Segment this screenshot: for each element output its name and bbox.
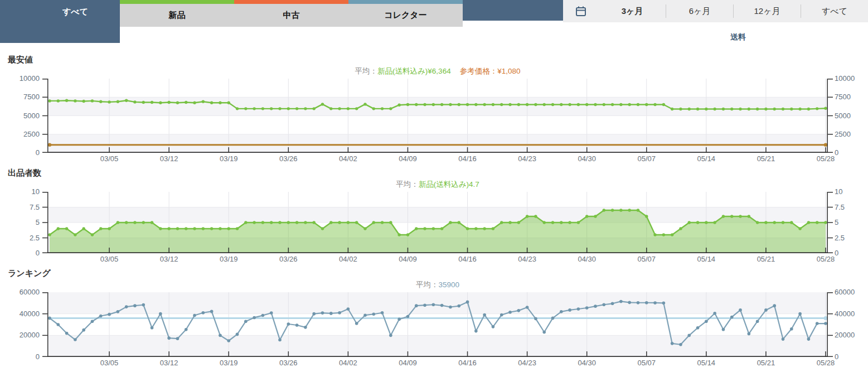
y-tick-label: 10000 bbox=[835, 74, 855, 83]
y-tick-label: 5 bbox=[36, 218, 40, 226]
range-3months[interactable]: 3ヶ月 bbox=[599, 0, 666, 22]
x-tick-label: 05/28 bbox=[803, 255, 848, 263]
tab-collector[interactable]: コレクター bbox=[348, 0, 463, 27]
condition-tabs: 新品 中古 コレクター bbox=[120, 0, 463, 27]
x-tick-label: 03/12 bbox=[147, 255, 191, 263]
header: すべて 新品 中古 コレクター 3ヶ月 6ヶ月 12ヶ月 すべて 送料 上下拡大 bbox=[0, 0, 868, 47]
y-tick-label: 0 bbox=[36, 249, 40, 257]
average-new-price: 新品(送料込み)¥6,364 bbox=[377, 67, 451, 75]
seller-count-plot bbox=[47, 192, 828, 253]
y-tick-label: 20000 bbox=[835, 331, 855, 339]
x-tick-label: 04/23 bbox=[505, 359, 550, 367]
chart-section-lowest-price: 最安値 平均：新品(送料込み)¥6,364参考価格：¥1,080 0250050… bbox=[0, 55, 868, 164]
x-axis-labels: 03/0503/1203/1903/2604/0204/0904/1604/23… bbox=[47, 153, 828, 164]
chart-title-seller-count: 出品者数 bbox=[8, 168, 868, 178]
shipping-toggle-button[interactable]: 送料 bbox=[702, 31, 774, 43]
x-tick-label: 04/23 bbox=[505, 154, 550, 163]
x-tick-label: 03/05 bbox=[87, 359, 132, 367]
x-tick-label: 05/21 bbox=[744, 255, 788, 263]
range-12months[interactable]: 12ヶ月 bbox=[734, 0, 801, 22]
x-tick-label: 04/02 bbox=[326, 359, 370, 367]
x-tick-label: 05/07 bbox=[624, 154, 669, 163]
average-caption: 平均：新品(送料込み)¥6,364参考価格：¥1,080 bbox=[47, 66, 828, 76]
x-tick-label: 05/21 bbox=[744, 359, 788, 367]
x-tick-label: 05/14 bbox=[684, 154, 729, 163]
y-tick-label: 40000 bbox=[20, 310, 40, 318]
tab-new[interactable]: 新品 bbox=[120, 0, 234, 27]
x-tick-label: 04/09 bbox=[385, 359, 430, 367]
y-axis-labels-left: 0200004000060000 bbox=[0, 292, 47, 357]
average-caption: 平均：新品(送料込み)4.7 bbox=[47, 180, 828, 190]
y-tick-label: 2.5 bbox=[835, 234, 845, 242]
chart-title-lowest-price: 最安値 bbox=[8, 55, 868, 65]
x-tick-label: 03/12 bbox=[147, 154, 191, 163]
range-all[interactable]: すべて bbox=[801, 0, 868, 22]
chart-section-seller-count: 出品者数 平均：新品(送料込み)4.7 02.557.510 02.557.51… bbox=[0, 168, 868, 264]
x-tick-label: 05/14 bbox=[684, 359, 729, 367]
x-tick-label: 04/16 bbox=[445, 255, 490, 263]
x-tick-label: 03/26 bbox=[266, 359, 311, 367]
average-prefix: 平均： bbox=[416, 281, 439, 289]
y-axis-labels-left: 02.557.510 bbox=[0, 192, 47, 253]
x-tick-label: 05/07 bbox=[624, 359, 669, 367]
y-tick-label: 0 bbox=[36, 148, 40, 157]
y-axis-labels-right: 025005000750010000 bbox=[828, 79, 868, 153]
y-tick-label: 10000 bbox=[20, 74, 40, 83]
y-tick-label: 7500 bbox=[23, 93, 40, 101]
x-tick-label: 05/28 bbox=[803, 154, 848, 163]
x-tick-label: 03/05 bbox=[87, 154, 132, 163]
banner-divider bbox=[784, 30, 785, 44]
charts-area: 最安値 平均：新品(送料込み)¥6,364参考価格：¥1,080 0250050… bbox=[0, 47, 868, 368]
x-tick-label: 04/09 bbox=[385, 154, 430, 163]
average-seller-count: 新品(送料込み)4.7 bbox=[419, 180, 479, 189]
y-tick-label: 40000 bbox=[835, 310, 855, 318]
expand-vertical-button[interactable]: 上下拡大 bbox=[794, 31, 860, 42]
y-tick-label: 5 bbox=[835, 218, 838, 226]
tab-used[interactable]: 中古 bbox=[234, 0, 348, 27]
y-axis-labels-left: 025005000750010000 bbox=[0, 79, 47, 153]
y-tick-label: 0 bbox=[36, 352, 40, 361]
x-tick-label: 05/14 bbox=[684, 255, 729, 263]
x-tick-label: 04/09 bbox=[385, 255, 430, 263]
range-6months[interactable]: 6ヶ月 bbox=[666, 0, 733, 22]
y-tick-label: 7.5 bbox=[30, 203, 40, 211]
x-tick-label: 04/02 bbox=[326, 154, 370, 163]
y-tick-label: 2500 bbox=[23, 130, 40, 138]
chart-section-ranking: ランキング 平均：35900 0200004000060000 02000040… bbox=[0, 268, 868, 368]
x-axis-labels: 03/0503/1203/1903/2604/0204/0904/1604/23… bbox=[47, 357, 828, 368]
average-caption: 平均：35900 bbox=[47, 280, 828, 290]
y-tick-label: 2.5 bbox=[30, 234, 40, 242]
average-reference-price: 参考価格：¥1,080 bbox=[460, 67, 521, 75]
y-tick-label: 5000 bbox=[23, 112, 40, 120]
average-prefix: 平均： bbox=[355, 67, 378, 75]
y-tick-label: 60000 bbox=[835, 288, 855, 296]
lowest-price-chart bbox=[47, 79, 828, 153]
calendar-icon bbox=[563, 5, 599, 17]
x-tick-label: 03/05 bbox=[87, 255, 132, 263]
x-tick-label: 04/23 bbox=[505, 255, 550, 263]
x-tick-label: 03/12 bbox=[147, 359, 191, 367]
y-axis-labels-right: 02.557.510 bbox=[828, 192, 868, 253]
y-tick-label: 7500 bbox=[835, 93, 851, 101]
x-tick-label: 03/26 bbox=[266, 255, 311, 263]
y-tick-label: 5000 bbox=[835, 112, 851, 120]
x-tick-label: 04/02 bbox=[326, 255, 370, 263]
y-tick-label: 20000 bbox=[20, 331, 40, 339]
y-tick-label: 2500 bbox=[835, 130, 851, 138]
x-tick-label: 05/07 bbox=[624, 255, 669, 263]
x-tick-label: 05/28 bbox=[803, 359, 848, 367]
x-tick-label: 04/16 bbox=[445, 359, 490, 367]
x-axis-labels: 03/0503/1203/1903/2604/0204/0904/1604/23… bbox=[47, 253, 828, 264]
x-tick-label: 04/30 bbox=[565, 359, 609, 367]
ranking-chart bbox=[47, 292, 828, 357]
x-tick-label: 03/19 bbox=[206, 255, 251, 263]
x-tick-label: 03/26 bbox=[266, 154, 311, 163]
average-prefix: 平均： bbox=[396, 180, 419, 189]
tab-all[interactable]: すべて bbox=[31, 0, 120, 43]
seller-count-chart bbox=[47, 192, 828, 253]
y-tick-label: 7.5 bbox=[835, 203, 845, 211]
y-tick-label: 10 bbox=[32, 187, 40, 196]
y-tick-label: 60000 bbox=[20, 288, 40, 296]
x-tick-label: 04/30 bbox=[565, 255, 609, 263]
time-range-bar: 3ヶ月 6ヶ月 12ヶ月 すべて bbox=[563, 0, 868, 22]
